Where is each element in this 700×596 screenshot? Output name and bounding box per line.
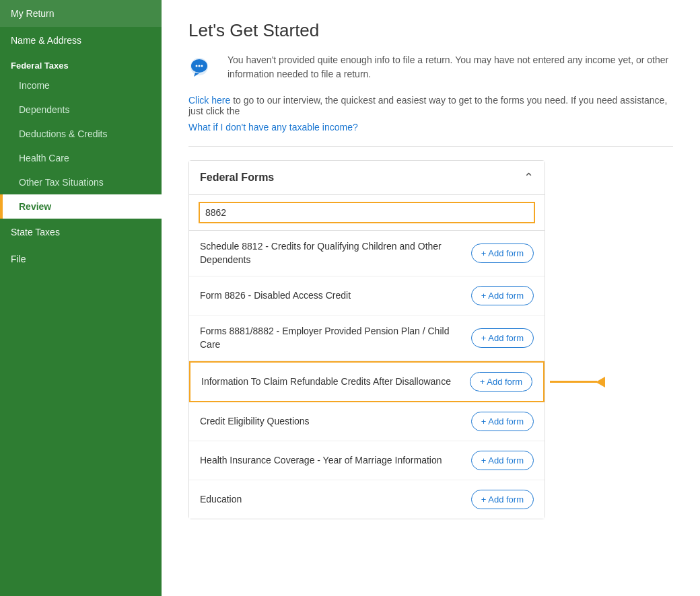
- form-label-8826: Form 8826 - Disabled Access Credit: [200, 289, 471, 303]
- form-label-credit-eligibility: Credit Eligibility Questions: [200, 415, 471, 429]
- federal-forms-section: Federal Forms ⌃ Schedule 8812 - Credits …: [188, 160, 545, 519]
- add-form-btn-info-claim[interactable]: + Add form: [470, 372, 532, 392]
- what-if-link[interactable]: What if I don't have any taxable income?: [188, 122, 673, 133]
- sidebar-item-name-address[interactable]: Name & Address: [0, 27, 162, 54]
- form-label-education: Education: [200, 493, 471, 507]
- arrow-head: [596, 377, 605, 387]
- section-divider: [188, 146, 673, 147]
- sidebar-item-dependents[interactable]: Dependents: [0, 98, 162, 122]
- sidebar-item-review[interactable]: Review: [0, 194, 162, 219]
- forms-header-title: Federal Forms: [200, 172, 274, 184]
- arrow-line: [550, 381, 597, 383]
- form-label-health-insurance: Health Insurance Coverage - Year of Marr…: [200, 454, 471, 468]
- sidebar-item-file[interactable]: File: [0, 246, 162, 272]
- form-row-health-insurance: Health Insurance Coverage - Year of Marr…: [189, 441, 545, 480]
- arrow-indicator: [550, 377, 605, 387]
- sidebar-item-my-return[interactable]: My Return: [0, 0, 162, 27]
- form-row-schedule-8812: Schedule 8812 - Credits for Qualifying C…: [189, 231, 545, 276]
- form-row-info-claim: Information To Claim Refundable Credits …: [189, 361, 545, 402]
- sidebar-item-other-tax[interactable]: Other Tax Situations: [0, 170, 162, 194]
- form-label-info-claim: Information To Claim Refundable Credits …: [201, 375, 470, 389]
- add-form-btn-8826[interactable]: + Add form: [471, 286, 534, 305]
- form-row-credit-eligibility: Credit Eligibility Questions + Add form: [189, 402, 545, 441]
- search-input[interactable]: [199, 202, 535, 223]
- click-here-line: Click here to go to our interview, the q…: [188, 95, 673, 116]
- sidebar-item-state-taxes[interactable]: State Taxes: [0, 219, 162, 246]
- page-title: Let's Get Started: [188, 20, 673, 41]
- forms-header: Federal Forms ⌃: [189, 161, 545, 195]
- sidebar-item-deductions[interactable]: Deductions & Credits: [0, 122, 162, 146]
- add-form-btn-education[interactable]: + Add form: [471, 490, 534, 509]
- svg-point-5: [201, 65, 203, 67]
- main-content: Let's Get Started You haven't provided q…: [162, 0, 700, 596]
- form-label-8881-8882: Forms 8881/8882 - Employer Provided Pens…: [200, 325, 471, 351]
- form-row-8881-8882: Forms 8881/8882 - Employer Provided Pens…: [189, 315, 545, 361]
- add-form-btn-schedule-8812[interactable]: + Add form: [471, 244, 534, 263]
- svg-point-4: [199, 65, 201, 67]
- form-row-highlighted-wrap: Information To Claim Refundable Credits …: [189, 361, 545, 402]
- svg-point-3: [196, 65, 198, 67]
- search-wrap: [189, 195, 545, 231]
- sidebar: My Return Name & Address Federal Taxes I…: [0, 0, 162, 596]
- add-form-btn-credit-eligibility[interactable]: + Add form: [471, 412, 534, 431]
- info-box: You haven't provided quite enough info t…: [188, 53, 673, 83]
- sidebar-federal-taxes-label: Federal Taxes: [0, 54, 162, 73]
- sidebar-item-health-care[interactable]: Health Care: [0, 146, 162, 170]
- add-form-btn-health-insurance[interactable]: + Add form: [471, 451, 534, 470]
- form-row-8826: Form 8826 - Disabled Access Credit + Add…: [189, 276, 545, 315]
- sidebar-item-income[interactable]: Income: [0, 73, 162, 98]
- chat-icon: [188, 53, 218, 83]
- add-form-btn-8881-8882[interactable]: + Add form: [471, 328, 534, 348]
- form-label-schedule-8812: Schedule 8812 - Credits for Qualifying C…: [200, 240, 471, 266]
- info-message: You haven't provided quite enough info t…: [228, 53, 673, 81]
- form-row-education: Education + Add form: [189, 480, 545, 519]
- collapse-button[interactable]: ⌃: [524, 170, 534, 185]
- click-here-suffix: to go to our interview, the quickest and…: [188, 95, 667, 116]
- click-here-link[interactable]: Click here: [188, 95, 230, 106]
